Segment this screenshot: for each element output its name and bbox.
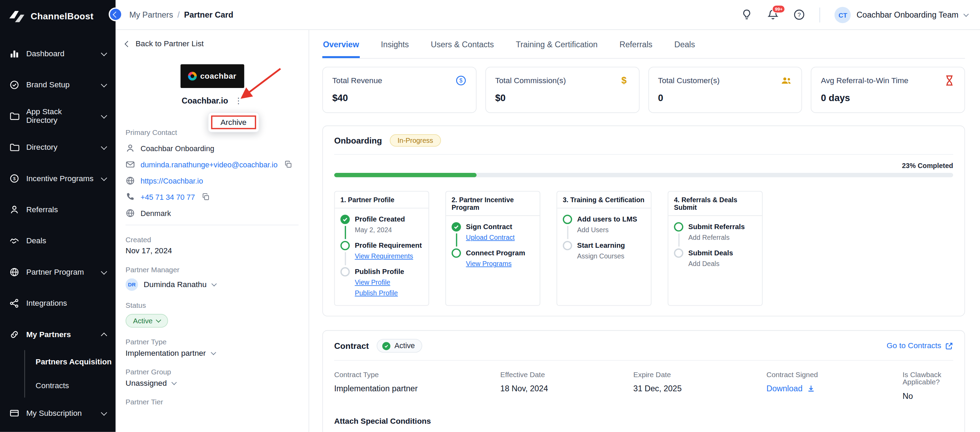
step-referrals-deals-submit: 4. Referrals & Deals Submit Submit Refer… [668,191,763,306]
sidebar-item-label: Partners Acquisition [35,357,111,366]
chevron-down-icon [211,350,215,355]
step-title: 2. Partner Incentive Program [446,192,539,216]
sidebar-item-referrals[interactable]: Referrals [0,194,116,225]
status-badge[interactable]: Active [126,314,168,328]
stat-value: 0 days [821,92,955,103]
contract-status-badge: Active [376,339,422,353]
sidebar-item-partner-program[interactable]: Partner Program [0,256,116,287]
step-item-link[interactable]: View Programs [466,259,525,268]
sidebar-item-my-partners[interactable]: My Partners [0,319,116,350]
step-item-link[interactable]: Publish Profile [355,289,404,297]
check-circle-icon [452,222,461,232]
field-label: Effective Date [500,371,633,378]
contract-status-value: Active [395,341,415,350]
contact-phone-link[interactable]: +45 71 34 70 77 [140,192,195,201]
sidebar-item-app-stack-directory[interactable]: App Stack Directory [0,100,116,132]
step-item: Start LearningAssign Courses [563,241,645,267]
user-menu[interactable]: CT Coachbar Onboarding Team [835,6,967,23]
bell-icon[interactable]: 99+ [767,9,779,21]
download-contract-link[interactable]: Download [766,384,902,393]
sidebar-item-deals[interactable]: Deals [0,225,116,256]
globe-icon [126,176,135,185]
stat-card-total-customers: Total Customer(s) 0 [648,67,802,113]
contact-website-row: https://Coachbar.io [126,176,299,185]
tab-referrals[interactable]: Referrals [619,31,653,58]
tab-training-certification[interactable]: Training & Certification [515,31,598,58]
onboarding-card: Onboarding In-Progress 23% Completed 1. … [322,125,965,317]
step-item-link[interactable]: View Requirements [355,251,422,260]
step-item-title: Submit Referrals [688,222,745,231]
folder-icon [10,111,19,121]
chevron-down-icon [101,143,107,149]
attach-special-conditions-label: Attach Special Conditions [334,417,953,426]
stat-label: Total Commission(s) [495,76,566,85]
sidebar-item-incentive-programs[interactable]: $ Incentive Programs [0,163,116,194]
back-label: Back to Partner List [136,39,204,48]
copy-icon[interactable] [202,193,210,201]
tab-insights[interactable]: Insights [380,31,410,58]
contract-field: Contract Signed Download [766,371,902,401]
contact-website-link[interactable]: https://Coachbar.io [140,176,203,185]
topbar-divider [820,7,821,22]
mail-icon [126,160,135,169]
onboarding-steps: 1. Partner Profile Profile CreatedMay 2,… [334,191,953,306]
created-value: Nov 17, 2024 [126,246,299,255]
partner-type-select[interactable]: Implementation partner [126,349,299,357]
partner-manager-select[interactable]: DR Duminda Ranathu [126,278,299,291]
copy-icon[interactable] [285,160,293,169]
sidebar-item-dashboard[interactable]: Dashboard [0,38,116,69]
sidebar-item-integrations[interactable]: Integrations [0,288,116,319]
partner-name: Coachbar.io [181,96,228,106]
stat-label: Total Customer(s) [658,76,720,85]
field-value: 18 Nov, 2024 [500,384,633,393]
help-icon[interactable]: ? [794,9,805,21]
channelboost-logo-icon [9,10,25,23]
sidebar-item-my-subscription[interactable]: My Subscription [0,397,116,429]
chevron-left-icon [125,41,131,47]
sidebar-item-directory[interactable]: Directory [0,132,116,163]
breadcrumb-parent[interactable]: My Partners [129,10,173,19]
partner-group-value: Unassigned [126,379,167,388]
contract-field: Expire Date 31 Dec, 2025 [633,371,766,401]
go-to-contracts-link[interactable]: Go to Contracts [887,341,953,350]
tab-deals[interactable]: Deals [674,31,696,58]
partner-group-select[interactable]: Unassigned [126,379,299,388]
content-row: Back to Partner List coachbar Coachbar.i… [116,30,980,432]
lightbulb-icon[interactable] [741,9,753,21]
stat-card-avg-referral-to-win: Avg Referral-to-Win Time 0 days [811,67,965,113]
contact-email-link[interactable]: duminda.ranathunge+video@coachbar.io [140,160,278,169]
status-label: Status [126,302,299,309]
sidebar-item-contracts[interactable]: Contracts [25,374,115,397]
field-label: Expire Date [633,371,766,378]
chevron-down-icon [101,112,107,118]
tab-users-contacts[interactable]: Users & Contacts [430,31,495,58]
archive-menu-item[interactable]: Archive [211,116,256,129]
app-logo[interactable]: ChannelBoost [0,0,116,31]
circle-todo-icon [563,241,572,250]
sidebar-item-label: App Stack Directory [26,107,95,125]
contract-field: Contract Type Implementation partner [334,371,500,401]
globe-icon [10,267,19,277]
step-item-link[interactable]: Upload Contract [466,233,514,241]
topbar-actions: 99+ ? CT Coachbar Onboarding Team [741,6,967,23]
check-circle-icon [382,342,390,350]
breadcrumb-separator: / [178,10,180,19]
sidebar-collapse-button[interactable] [109,8,123,21]
partner-type-value: Implementation partner [126,349,206,357]
tab-overview[interactable]: Overview [322,31,360,58]
sidebar-item-partners-acquisition[interactable]: Partners Acquisition [25,350,115,374]
step-item-sub: May 2, 2024 [355,225,405,234]
step-item: Submit ReferralsAdd Referrals [674,222,757,248]
step-partner-profile: 1. Partner Profile Profile CreatedMay 2,… [334,191,429,306]
sidebar-item-brand-setup[interactable]: Brand Setup [0,69,116,100]
field-value: Implementation partner [334,384,500,393]
step-item-link[interactable]: View Profile [355,278,404,287]
step-title: 3. Training & Certification [557,192,651,208]
coachbar-wordmark: coachbar [200,72,237,80]
svg-text:?: ? [798,11,801,18]
back-to-partner-list[interactable]: Back to Partner List [126,39,299,48]
stat-card-total-revenue: Total Revenue $ $40 [322,67,476,113]
progress-percent-label: 23% Completed [334,162,953,169]
status-value: Active [133,317,153,325]
kebab-menu-icon[interactable]: ⋮ [234,97,243,105]
